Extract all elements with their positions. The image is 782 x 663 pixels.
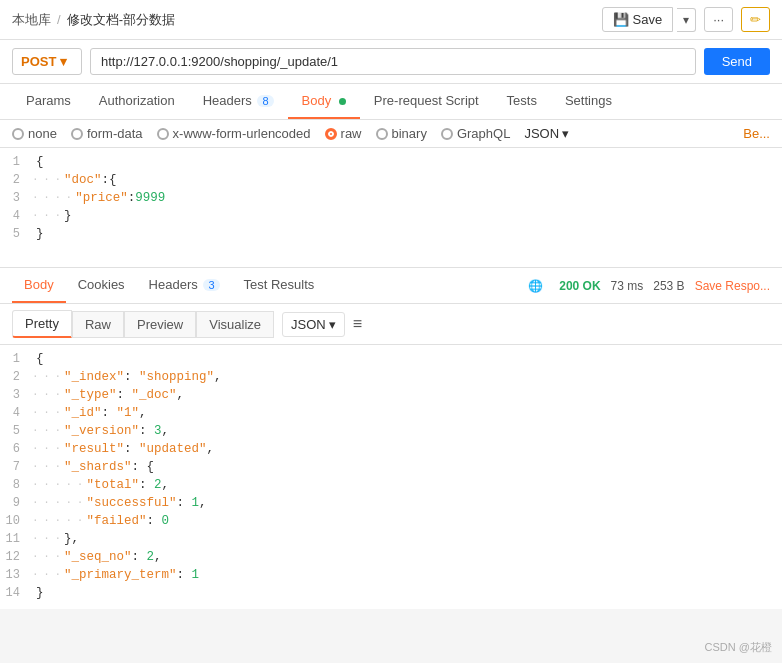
filter-icon[interactable]: ≡	[353, 315, 362, 333]
tab-headers[interactable]: Headers 8	[189, 84, 288, 119]
line-number: 2	[0, 370, 32, 384]
body-type-raw[interactable]: raw	[325, 126, 362, 141]
resp-code-line: 6· · ·"result": "updated",	[0, 441, 782, 459]
body-active-dot	[339, 98, 346, 105]
fmt-pretty[interactable]: Pretty	[12, 310, 72, 338]
method-label: POST	[21, 54, 56, 69]
line-number: 8	[0, 478, 32, 492]
save-label: Save	[633, 12, 663, 27]
tab-settings[interactable]: Settings	[551, 84, 626, 119]
radio-none	[12, 128, 24, 140]
headers-badge: 8	[257, 95, 273, 107]
line-number: 5	[0, 227, 32, 241]
radio-binary	[376, 128, 388, 140]
line-number: 1	[0, 155, 32, 169]
tab-prerequest[interactable]: Pre-request Script	[360, 84, 493, 119]
beautify-button[interactable]: Be...	[743, 126, 770, 141]
edit-button[interactable]: ✏	[741, 7, 770, 32]
body-type-formdata[interactable]: form-data	[71, 126, 143, 141]
breadcrumb: 本地库 / 修改文档-部分数据	[12, 11, 175, 29]
radio-formdata	[71, 128, 83, 140]
globe-icon: 🌐	[528, 279, 543, 293]
line-number: 10	[0, 514, 32, 528]
resp-tab-body[interactable]: Body	[12, 268, 66, 303]
body-type-none[interactable]: none	[12, 126, 57, 141]
code-line: 5}	[0, 226, 782, 244]
resp-code-line: 7· · ·"_shards": {	[0, 459, 782, 477]
code-line: 4· · ·}	[0, 208, 782, 226]
resp-code-line: 10· · · · ·"failed": 0	[0, 513, 782, 531]
top-bar: 本地库 / 修改文档-部分数据 💾 Save ▾ ··· ✏	[0, 0, 782, 40]
response-format-bar: Pretty Raw Preview Visualize JSON ▾ ≡	[0, 304, 782, 345]
line-number: 13	[0, 568, 32, 582]
method-chevron: ▾	[60, 54, 67, 69]
breadcrumb-home[interactable]: 本地库	[12, 11, 51, 29]
response-time: 73 ms	[611, 279, 644, 293]
save-dropdown-button[interactable]: ▾	[677, 8, 696, 32]
line-number: 3	[0, 191, 32, 205]
line-number: 14	[0, 586, 32, 600]
resp-code-line: 3· · ·"_type": "_doc",	[0, 387, 782, 405]
code-line: 2· · ·"doc":{	[0, 172, 782, 190]
code-line: 3· · · ·"price":9999	[0, 190, 782, 208]
response-json-select[interactable]: JSON ▾	[282, 312, 345, 337]
line-number: 5	[0, 424, 32, 438]
request-code-editor[interactable]: 1{2· · ·"doc":{3· · · ·"price":99994· · …	[0, 148, 782, 268]
resp-code-line: 2· · ·"_index": "shopping",	[0, 369, 782, 387]
body-type-graphql[interactable]: GraphQL	[441, 126, 510, 141]
line-number: 12	[0, 550, 32, 564]
response-size: 253 B	[653, 279, 684, 293]
response-header: Body Cookies Headers 3 Test Results 🌐 20…	[0, 268, 782, 304]
resp-code-line: 9· · · · ·"successful": 1,	[0, 495, 782, 513]
code-line: 1{	[0, 154, 782, 172]
line-number: 9	[0, 496, 32, 510]
resp-tab-cookies[interactable]: Cookies	[66, 268, 137, 303]
radio-urlencoded	[157, 128, 169, 140]
json-chevron: ▾	[562, 126, 569, 141]
resp-tab-test-results[interactable]: Test Results	[232, 268, 327, 303]
line-number: 4	[0, 209, 32, 223]
request-tab-row: Params Authorization Headers 8 Body Pre-…	[0, 84, 782, 120]
response-status: 🌐 200 OK 73 ms 253 B Save Respo...	[528, 279, 770, 293]
resp-code-line: 5· · ·"_version": 3,	[0, 423, 782, 441]
tab-params[interactable]: Params	[12, 84, 85, 119]
tab-tests[interactable]: Tests	[493, 84, 551, 119]
resp-code-line: 4· · ·"_id": "1",	[0, 405, 782, 423]
json-type-select[interactable]: JSON ▾	[524, 126, 569, 141]
line-number: 7	[0, 460, 32, 474]
fmt-visualize[interactable]: Visualize	[196, 311, 274, 338]
body-type-binary[interactable]: binary	[376, 126, 427, 141]
response-tabs: Body Cookies Headers 3 Test Results	[12, 268, 326, 303]
resp-tab-headers[interactable]: Headers 3	[137, 268, 232, 303]
url-bar: POST ▾ Send	[0, 40, 782, 84]
fmt-raw[interactable]: Raw	[72, 311, 124, 338]
resp-code-line: 13· · ·"_primary_term": 1	[0, 567, 782, 585]
radio-graphql	[441, 128, 453, 140]
resp-code-line: 12· · ·"_seq_no": 2,	[0, 549, 782, 567]
fmt-preview[interactable]: Preview	[124, 311, 196, 338]
resp-headers-badge: 3	[203, 279, 219, 291]
method-select[interactable]: POST ▾	[12, 48, 82, 75]
save-response-button[interactable]: Save Respo...	[695, 279, 770, 293]
status-code: 200 OK	[559, 279, 600, 293]
line-number: 11	[0, 532, 32, 546]
line-number: 4	[0, 406, 32, 420]
breadcrumb-separator: /	[57, 12, 61, 27]
resp-json-chevron: ▾	[329, 317, 336, 332]
response-code[interactable]: 1{2· · ·"_index": "shopping",3· · ·"_typ…	[0, 345, 782, 609]
line-number: 1	[0, 352, 32, 366]
resp-code-line: 14}	[0, 585, 782, 603]
save-button[interactable]: 💾 Save	[602, 7, 674, 32]
resp-code-line: 8· · · · ·"total": 2,	[0, 477, 782, 495]
breadcrumb-current: 修改文档-部分数据	[67, 11, 175, 29]
url-input[interactable]	[90, 48, 696, 75]
more-button[interactable]: ···	[704, 7, 733, 32]
send-button[interactable]: Send	[704, 48, 770, 75]
tab-body[interactable]: Body	[288, 84, 360, 119]
radio-raw	[325, 128, 337, 140]
tab-authorization[interactable]: Authorization	[85, 84, 189, 119]
resp-code-line: 1{	[0, 351, 782, 369]
top-actions: 💾 Save ▾ ··· ✏	[602, 7, 770, 32]
body-type-urlencoded[interactable]: x-www-form-urlencoded	[157, 126, 311, 141]
body-types-bar: none form-data x-www-form-urlencoded raw…	[0, 120, 782, 148]
